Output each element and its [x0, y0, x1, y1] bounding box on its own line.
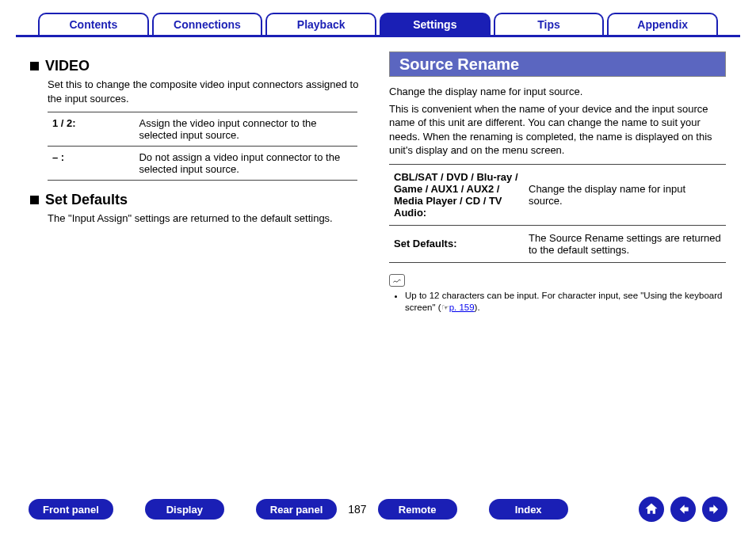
prev-page-button[interactable]	[670, 497, 696, 522]
rename-opt-key: CBL/SAT / DVD / Blu-ray / Game / AUX1 / …	[389, 164, 524, 225]
tab-appendix[interactable]: Appendix	[607, 13, 718, 35]
display-button[interactable]: Display	[145, 499, 224, 520]
home-icon	[643, 501, 659, 517]
page-ref-link[interactable]: p. 159	[449, 302, 475, 314]
note-text-after: ).	[475, 303, 480, 312]
video-opt-val: Assign the video input connector to the …	[134, 112, 357, 147]
source-rename-para1: Change the display name for input source…	[389, 85, 726, 99]
video-opt-val: Do not assign a video input connector to…	[134, 147, 357, 181]
tab-playback[interactable]: Playback	[265, 13, 376, 35]
square-bullet-icon	[30, 196, 39, 204]
note-icon	[389, 274, 405, 287]
tab-settings[interactable]: Settings	[380, 13, 491, 35]
rename-opt-val: The Source Rename settings are returned …	[524, 225, 726, 262]
table-row: 1 / 2: Assign the video input connector …	[48, 112, 357, 147]
tab-connections[interactable]: Connections	[152, 13, 263, 35]
table-row: Set Defaults: The Source Rename settings…	[389, 225, 726, 262]
source-rename-para2: This is convenient when the name of your…	[389, 102, 726, 158]
top-tabs: Contents Connections Playback Settings T…	[16, 13, 740, 35]
video-opt-key: 1 / 2:	[48, 112, 134, 147]
tab-tips[interactable]: Tips	[494, 13, 605, 35]
rename-opt-key: Set Defaults:	[389, 225, 524, 262]
set-defaults-heading-row: Set Defaults	[30, 192, 367, 208]
square-bullet-icon	[30, 62, 39, 70]
table-row: – : Do not assign a video input connecto…	[48, 147, 357, 181]
bottom-nav: Front panel Display Rear panel 187 Remot…	[0, 497, 756, 522]
source-rename-table: CBL/SAT / DVD / Blu-ray / Game / AUX1 / …	[389, 164, 726, 263]
left-column: VIDEO Set this to change the composite v…	[30, 51, 367, 314]
video-options-table: 1 / 2: Assign the video input connector …	[48, 112, 357, 181]
home-button[interactable]	[639, 497, 664, 522]
set-defaults-heading: Set Defaults	[45, 192, 128, 208]
video-opt-key: – :	[48, 147, 134, 181]
rear-panel-button[interactable]: Rear panel	[256, 499, 337, 520]
video-heading-row: VIDEO	[30, 58, 367, 74]
pointing-hand-icon: ☞	[441, 303, 449, 312]
arrow-left-icon	[675, 501, 691, 517]
table-row: CBL/SAT / DVD / Blu-ray / Game / AUX1 / …	[389, 164, 726, 225]
set-defaults-text: The "Input Assign" settings are returned…	[48, 211, 367, 226]
video-intro: Set this to change the composite video i…	[48, 78, 367, 105]
rename-opt-val: Change the display name for input source…	[524, 164, 726, 225]
source-rename-title: Source Rename	[389, 51, 726, 77]
right-column: Source Rename Change the display name fo…	[389, 51, 726, 314]
index-button[interactable]: Index	[489, 499, 568, 520]
note-item: Up to 12 characters can be input. For ch…	[405, 290, 726, 314]
next-page-button[interactable]	[702, 497, 727, 522]
remote-button[interactable]: Remote	[378, 499, 457, 520]
tab-underline	[16, 35, 740, 37]
video-heading: VIDEO	[45, 58, 90, 74]
front-panel-button[interactable]: Front panel	[29, 499, 113, 520]
page-number: 187	[337, 503, 377, 516]
content-area: VIDEO Set this to change the composite v…	[16, 51, 740, 314]
tab-contents[interactable]: Contents	[38, 13, 149, 35]
note-list: Up to 12 characters can be input. For ch…	[389, 290, 726, 314]
arrow-right-icon	[707, 501, 723, 517]
